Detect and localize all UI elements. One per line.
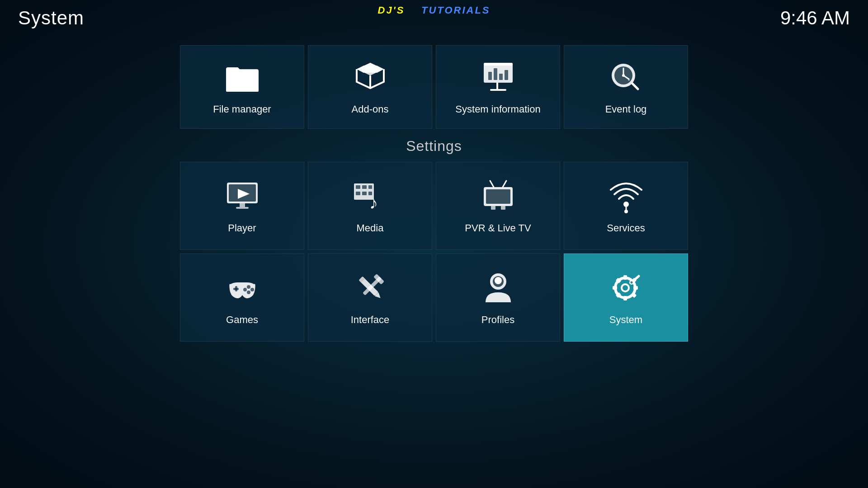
file-manager-icon: [224, 59, 260, 95]
pvr-live-tv-label: PVR & Live TV: [465, 222, 531, 234]
tile-file-manager[interactable]: File manager: [180, 45, 304, 129]
tile-add-ons[interactable]: Add-ons: [308, 45, 432, 129]
tile-system[interactable]: System: [564, 253, 688, 342]
svg-rect-57: [633, 286, 638, 290]
svg-point-50: [495, 277, 502, 284]
tile-interface[interactable]: Interface: [308, 253, 432, 342]
player-icon: [224, 178, 260, 214]
svg-rect-29: [486, 189, 510, 204]
file-manager-label: File manager: [213, 103, 271, 115]
svg-rect-5: [494, 68, 497, 80]
svg-point-36: [624, 210, 628, 213]
media-label: Media: [357, 222, 384, 234]
svg-rect-25: [362, 192, 367, 195]
svg-rect-38: [235, 286, 237, 291]
tile-event-log[interactable]: Event log: [564, 45, 688, 129]
svg-point-53: [623, 285, 628, 291]
svg-rect-18: [240, 203, 245, 207]
system-label: System: [609, 314, 642, 326]
svg-point-42: [243, 288, 247, 291]
profiles-icon: [480, 270, 516, 306]
games-label: Games: [226, 314, 258, 326]
event-log-icon: [608, 59, 644, 95]
main-content: File manager Add-ons: [0, 36, 868, 488]
svg-rect-21: [356, 185, 360, 189]
svg-line-30: [490, 181, 494, 187]
top-row: File manager Add-ons: [45, 45, 823, 129]
svg-rect-3: [484, 63, 513, 66]
tile-services[interactable]: Services: [564, 162, 688, 250]
profiles-label: Profiles: [481, 314, 514, 326]
svg-rect-1: [226, 72, 259, 92]
svg-point-14: [628, 79, 630, 81]
add-ons-label: Add-ons: [352, 103, 389, 115]
svg-text:♪: ♪: [369, 193, 378, 212]
svg-rect-24: [356, 192, 360, 195]
system-icon: [608, 270, 644, 306]
settings-row-2: Games: [45, 253, 823, 342]
svg-point-39: [247, 285, 250, 289]
services-label: Services: [607, 222, 645, 234]
settings-row-1: Player ♪: [45, 162, 823, 250]
svg-rect-22: [362, 185, 367, 189]
svg-point-64: [630, 281, 632, 283]
games-icon: [224, 270, 260, 306]
event-log-label: Event log: [605, 103, 647, 115]
svg-point-40: [250, 288, 254, 291]
svg-rect-54: [623, 275, 627, 280]
settings-section-label: Settings: [406, 138, 462, 155]
svg-line-13: [632, 84, 638, 89]
tile-profiles[interactable]: Profiles: [436, 253, 560, 342]
services-icon: [608, 178, 644, 214]
add-ons-icon: [352, 59, 388, 95]
system-information-label: System information: [455, 103, 540, 115]
tile-player[interactable]: Player: [180, 162, 304, 250]
svg-rect-55: [623, 296, 627, 300]
media-icon: ♪: [352, 178, 388, 214]
brand-logo: DJ'S TUTORIALS: [378, 5, 491, 16]
tile-pvr-live-tv[interactable]: PVR & Live TV: [436, 162, 560, 250]
time-display: 9:46 AM: [780, 7, 850, 29]
svg-rect-6: [499, 74, 503, 80]
interface-label: Interface: [351, 314, 390, 326]
svg-rect-19: [236, 207, 249, 209]
brand-tutorials-text: TUTORIALS: [421, 5, 490, 16]
svg-rect-7: [505, 70, 508, 80]
tile-games[interactable]: Games: [180, 253, 304, 342]
settings-grid: Player ♪: [45, 162, 823, 342]
svg-rect-59: [631, 292, 637, 298]
svg-rect-4: [488, 72, 492, 80]
brand-dj-text: DJ'S: [378, 5, 405, 16]
tile-media[interactable]: ♪ Media: [308, 162, 432, 250]
svg-rect-32: [491, 206, 495, 210]
player-label: Player: [228, 222, 256, 234]
svg-point-12: [622, 74, 625, 77]
svg-rect-23: [368, 185, 372, 189]
tile-system-information[interactable]: System information: [436, 45, 560, 129]
page-title: System: [18, 7, 84, 29]
pvr-live-tv-icon: [480, 178, 516, 214]
svg-rect-2: [484, 63, 513, 83]
svg-line-31: [503, 181, 506, 187]
system-information-icon: [480, 59, 516, 95]
svg-point-41: [247, 291, 250, 294]
header: System DJ'S TUTORIALS 9:46 AM: [0, 0, 868, 36]
svg-rect-56: [613, 286, 617, 290]
brand-space: [409, 5, 417, 16]
svg-rect-33: [501, 206, 505, 210]
interface-icon: [352, 270, 388, 306]
